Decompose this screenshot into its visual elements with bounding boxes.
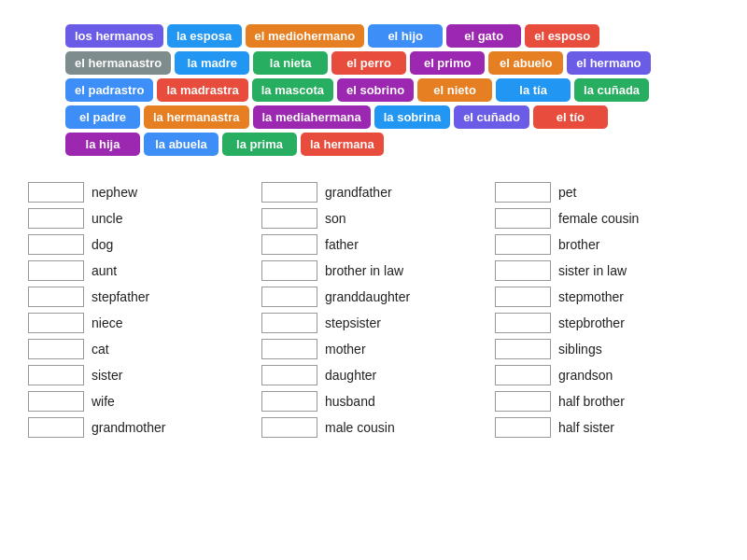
match-input-23[interactable] (495, 365, 551, 385)
match-label-23: grandson (558, 368, 613, 383)
match-cell-20: siblings (495, 339, 719, 359)
tile-la_cunada[interactable]: la cuñada (574, 78, 649, 102)
tile-el_padre[interactable]: el padre (65, 105, 140, 129)
match-label-29: half sister (558, 420, 614, 435)
tile-el_cunado[interactable]: el cuñado (454, 105, 529, 129)
match-cell-28: male cousin (261, 417, 486, 438)
match-input-1[interactable] (261, 182, 317, 203)
tile-la_hermanastra[interactable]: la hermanastra (144, 105, 249, 129)
match-input-2[interactable] (495, 182, 551, 203)
match-input-20[interactable] (495, 339, 551, 359)
tile-la_prima[interactable]: la prima (222, 133, 297, 156)
tile-la_mediahermana[interactable]: la mediahermana (253, 105, 371, 129)
match-label-17: stepbrother (558, 315, 625, 330)
tile-la_abuela[interactable]: la abuela (144, 133, 218, 156)
match-input-24[interactable] (28, 391, 84, 412)
match-input-25[interactable] (261, 391, 317, 412)
match-label-10: brother in law (325, 263, 403, 278)
tile-el_primo[interactable]: el primo (410, 51, 485, 75)
match-label-11: sister in law (558, 263, 627, 278)
tile-la_esposa[interactable]: la esposa (167, 24, 242, 48)
match-cell-7: father (261, 234, 486, 255)
match-cell-12: stepfather (28, 287, 252, 307)
tile-el_tio[interactable]: el tío (533, 105, 608, 129)
match-cell-9: aunt (28, 260, 252, 281)
tile-los_hermanos[interactable]: los hermanos (65, 24, 163, 48)
match-cell-26: half brother (495, 391, 719, 412)
match-input-5[interactable] (495, 208, 551, 229)
match-label-18: cat (92, 342, 109, 357)
match-area: nephewgrandfatherpetunclesonfemale cousi… (19, 182, 728, 438)
match-cell-10: brother in law (261, 260, 486, 281)
match-label-3: uncle (92, 211, 122, 226)
tile-el_hermanastro[interactable]: el hermanastro (65, 51, 171, 75)
tile-el_padrastro[interactable]: el padrastro (65, 78, 153, 102)
match-cell-22: daughter (261, 365, 486, 385)
tile-la_tia[interactable]: la tía (496, 78, 571, 102)
match-input-18[interactable] (28, 339, 84, 359)
match-input-6[interactable] (28, 234, 84, 255)
tile-la_sobrina[interactable]: la sobrina (374, 105, 450, 129)
match-label-13: granddaughter (325, 289, 410, 304)
match-cell-25: husband (261, 391, 486, 412)
match-cell-3: uncle (28, 208, 252, 229)
match-cell-0: nephew (28, 182, 252, 203)
match-label-15: niece (92, 315, 122, 330)
match-label-9: aunt (92, 263, 117, 278)
match-input-27[interactable] (28, 417, 84, 438)
tile-el_mediohermano[interactable]: el mediohermano (246, 24, 365, 48)
match-label-5: female cousin (558, 211, 639, 226)
match-cell-6: dog (28, 234, 252, 255)
match-input-15[interactable] (28, 313, 84, 333)
match-cell-29: half sister (495, 417, 719, 438)
tile-el_perro[interactable]: el perro (331, 51, 406, 75)
tile-el_sobrino[interactable]: el sobrino (337, 78, 414, 102)
match-label-25: husband (325, 394, 375, 409)
tile-el_hermano[interactable]: el hermano (567, 51, 650, 75)
match-input-4[interactable] (261, 208, 317, 229)
tile-el_hijo[interactable]: el hijo (368, 24, 443, 48)
match-label-6: dog (92, 237, 113, 252)
match-label-4: son (325, 211, 346, 226)
match-label-28: male cousin (325, 420, 395, 435)
match-label-21: sister (92, 368, 122, 383)
match-label-24: wife (92, 394, 115, 409)
match-input-26[interactable] (495, 391, 551, 412)
match-input-3[interactable] (28, 208, 84, 229)
match-input-12[interactable] (28, 287, 84, 307)
match-label-26: half brother (558, 394, 625, 409)
match-input-0[interactable] (28, 182, 84, 203)
match-input-17[interactable] (495, 313, 551, 333)
match-input-13[interactable] (261, 287, 317, 307)
match-label-27: grandmother (92, 420, 165, 435)
tile-la_hija[interactable]: la hija (65, 133, 140, 156)
tile-la_nieta[interactable]: la nieta (253, 51, 328, 75)
match-input-9[interactable] (28, 260, 84, 281)
tile-el_gato[interactable]: el gato (446, 24, 521, 48)
tile-el_abuelo[interactable]: el abuelo (488, 51, 563, 75)
match-input-10[interactable] (261, 260, 317, 281)
tile-la_madrastra[interactable]: la madrastra (157, 78, 247, 102)
match-cell-15: niece (28, 313, 252, 333)
tile-la_mascota[interactable]: la mascota (252, 78, 333, 102)
match-cell-1: grandfather (261, 182, 486, 203)
tile-el_esposo[interactable]: el esposo (525, 24, 599, 48)
match-input-21[interactable] (28, 365, 84, 385)
match-input-7[interactable] (261, 234, 317, 255)
tile-la_hermana[interactable]: la hermana (301, 133, 384, 156)
match-input-22[interactable] (261, 365, 317, 385)
match-input-19[interactable] (261, 339, 317, 359)
match-input-16[interactable] (261, 313, 317, 333)
tile-la_madre[interactable]: la madre (175, 51, 249, 75)
match-cell-2: pet (495, 182, 719, 203)
match-label-1: grandfather (325, 185, 392, 200)
tile-el_nieto[interactable]: el nieto (417, 78, 492, 102)
match-input-8[interactable] (495, 234, 551, 255)
match-input-29[interactable] (495, 417, 551, 438)
match-input-14[interactable] (495, 287, 551, 307)
match-input-28[interactable] (261, 417, 317, 438)
match-cell-13: granddaughter (261, 287, 486, 307)
match-cell-5: female cousin (495, 208, 719, 229)
match-input-11[interactable] (495, 260, 551, 281)
match-cell-21: sister (28, 365, 252, 385)
